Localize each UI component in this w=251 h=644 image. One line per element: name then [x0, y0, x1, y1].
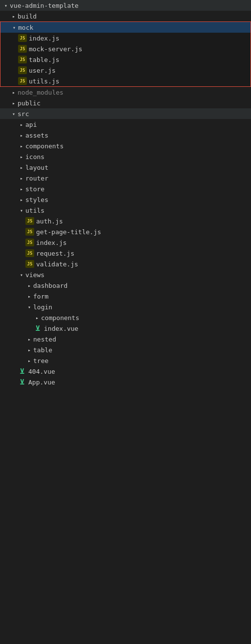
app-vue-label: App.vue: [28, 379, 55, 386]
file-mock-index[interactable]: JS index.js: [0, 33, 251, 43]
folder-build[interactable]: build: [0, 11, 251, 21]
folder-views[interactable]: views: [0, 269, 251, 280]
utils-arrow: [18, 206, 25, 214]
file-404[interactable]: ⊻ 404.vue: [0, 366, 251, 377]
js-icon: JS: [25, 249, 34, 257]
mock-table-label: table.js: [29, 56, 60, 63]
vue-icon: ⊻: [18, 378, 26, 386]
assets-label: assets: [25, 132, 48, 139]
store-label: store: [25, 185, 44, 193]
js-icon: JS: [25, 260, 34, 268]
js-icon: JS: [25, 239, 34, 246]
router-label: router: [25, 175, 48, 182]
mock-arrow: [10, 23, 18, 31]
tree-root[interactable]: vue-admin-template: [0, 0, 251, 11]
404-label: 404.vue: [28, 368, 55, 375]
folder-login-components[interactable]: components: [0, 312, 251, 323]
folder-mock[interactable]: mock: [0, 22, 251, 33]
styles-arrow: [18, 196, 25, 203]
api-arrow: [18, 121, 25, 128]
utils-label: utils: [25, 207, 44, 214]
file-mock-server[interactable]: JS mock-server.js: [0, 43, 251, 54]
tree-label: tree: [33, 357, 48, 364]
file-mock-table[interactable]: JS table.js: [0, 54, 251, 65]
folder-form[interactable]: form: [0, 291, 251, 302]
router-arrow: [18, 174, 25, 182]
file-get-page-title[interactable]: JS get-page-title.js: [0, 226, 251, 237]
layout-label: layout: [25, 164, 48, 171]
mock-index-label: index.js: [29, 35, 60, 42]
login-components-label: components: [41, 314, 79, 322]
folder-components[interactable]: components: [0, 141, 251, 151]
js-icon: JS: [18, 45, 27, 53]
vue-icon: ⊻: [33, 324, 42, 332]
file-validate[interactable]: JS validate.js: [0, 259, 251, 269]
folder-utils[interactable]: utils: [0, 205, 251, 216]
api-label: api: [25, 121, 37, 128]
folder-node-modules[interactable]: node_modules: [0, 87, 251, 98]
icons-label: icons: [25, 153, 44, 161]
request-label: request.js: [36, 250, 74, 257]
auth-label: auth.js: [36, 218, 63, 225]
vue-icon: ⊻: [18, 367, 26, 375]
folder-login[interactable]: login: [0, 302, 251, 312]
views-arrow: [18, 271, 25, 279]
js-icon: JS: [18, 34, 27, 42]
validate-label: validate.js: [36, 261, 78, 268]
file-auth[interactable]: JS auth.js: [0, 216, 251, 226]
build-label: build: [18, 13, 37, 20]
js-icon: JS: [18, 66, 27, 74]
file-request[interactable]: JS request.js: [0, 248, 251, 259]
folder-nested[interactable]: nested: [0, 334, 251, 344]
file-utils-index[interactable]: JS index.js: [0, 237, 251, 248]
folder-src[interactable]: src: [0, 108, 251, 119]
layout-arrow: [18, 163, 25, 171]
folder-layout[interactable]: layout: [0, 162, 251, 173]
folder-table[interactable]: table: [0, 344, 251, 355]
root-arrow: [2, 1, 10, 9]
nested-arrow: [25, 335, 33, 343]
assets-arrow: [18, 131, 25, 139]
folder-tree[interactable]: tree: [0, 355, 251, 366]
login-index-label: index.vue: [44, 325, 78, 332]
folder-icons[interactable]: icons: [0, 151, 251, 162]
file-app-vue[interactable]: ⊻ App.vue: [0, 377, 251, 387]
dashboard-label: dashboard: [33, 282, 67, 289]
table-label: table: [33, 346, 52, 354]
file-mock-user[interactable]: JS user.js: [0, 65, 251, 76]
src-arrow: [10, 110, 18, 118]
table-arrow: [25, 346, 33, 354]
src-label: src: [18, 110, 29, 118]
folder-public[interactable]: public: [0, 98, 251, 108]
file-tree: vue-admin-template build mock JS index.j…: [0, 0, 251, 387]
mock-utils-label: utils.js: [29, 78, 60, 85]
public-label: public: [18, 100, 41, 107]
js-icon: JS: [18, 77, 27, 85]
js-icon: JS: [25, 228, 34, 236]
folder-api[interactable]: api: [0, 119, 251, 130]
form-arrow: [25, 292, 33, 300]
mock-server-label: mock-server.js: [29, 45, 83, 53]
components-arrow: [18, 142, 25, 150]
folder-assets[interactable]: assets: [0, 130, 251, 141]
node-modules-arrow: [10, 88, 18, 96]
folder-styles[interactable]: styles: [0, 194, 251, 205]
build-arrow: [10, 12, 18, 20]
public-arrow: [10, 99, 18, 107]
utils-index-label: index.js: [36, 239, 67, 246]
folder-dashboard[interactable]: dashboard: [0, 280, 251, 291]
dashboard-arrow: [25, 282, 33, 289]
mock-user-label: user.js: [29, 67, 56, 74]
mock-label: mock: [18, 24, 33, 31]
file-mock-utils[interactable]: JS utils.js: [0, 76, 251, 86]
login-components-arrow: [33, 314, 41, 322]
views-label: views: [25, 271, 44, 279]
login-label: login: [33, 303, 52, 311]
node-modules-label: node_modules: [18, 89, 63, 96]
store-arrow: [18, 185, 25, 193]
file-login-index[interactable]: ⊻ index.vue: [0, 323, 251, 334]
login-arrow: [25, 303, 33, 311]
folder-router[interactable]: router: [0, 173, 251, 183]
nested-label: nested: [33, 336, 56, 343]
folder-store[interactable]: store: [0, 183, 251, 194]
